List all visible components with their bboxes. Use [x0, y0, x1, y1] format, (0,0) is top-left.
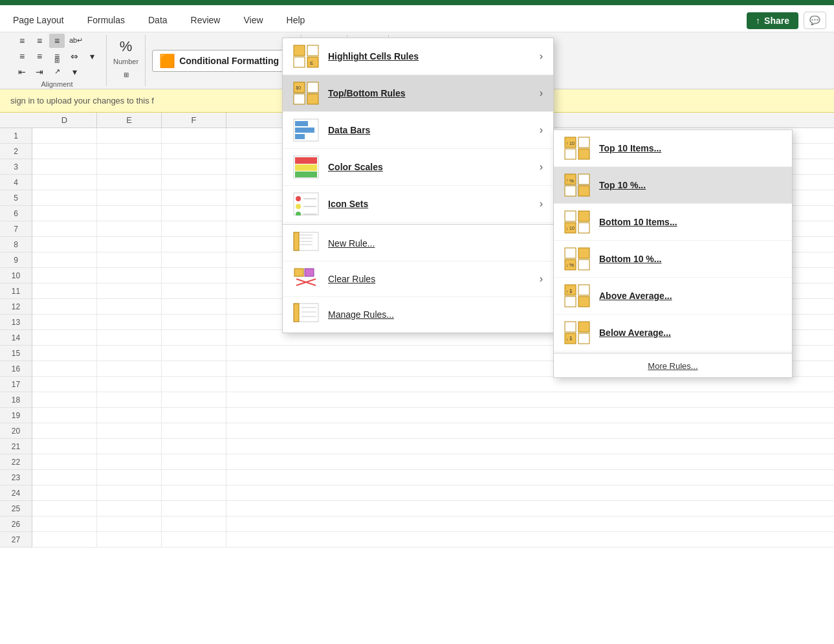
sub-item-top10pct[interactable]: ↑ % Top 10 %...	[554, 167, 792, 204]
svg-rect-56	[578, 223, 589, 233]
svg-text:↓: ↓	[566, 337, 569, 341]
topbottom-arrow: ›	[540, 87, 543, 99]
top10pct-label: Top 10 %...	[599, 180, 646, 190]
number-expand-btn[interactable]: ⊞	[118, 68, 134, 82]
align-left2-btn[interactable]: ≡	[14, 49, 30, 63]
sub-item-top10items[interactable]: ↑ 10 Top 10 Items...	[554, 130, 792, 167]
cf-item-iconsets[interactable]: Icon Sets ›	[283, 186, 553, 223]
merge-btn[interactable]: ⇔	[67, 49, 82, 63]
cf-item-clearrules[interactable]: Clear Rules ›	[283, 261, 553, 297]
cf-item-newrule[interactable]: New Rule...	[283, 226, 553, 261]
alignment-expand-btn[interactable]: ⊞	[49, 54, 65, 68]
svg-text:%: %	[569, 178, 574, 184]
comments-button[interactable]: 💬	[804, 12, 826, 29]
row-num-27: 27	[0, 532, 32, 548]
excel-top-bar	[0, 0, 834, 5]
share-label: Share	[764, 16, 789, 26]
iconsets-icon	[293, 192, 319, 216]
row-num-9: 9	[0, 252, 32, 268]
sub-separator	[554, 353, 792, 353]
bottom10pct-label: Bottom 10 %...	[599, 254, 661, 264]
svg-rect-37	[294, 304, 299, 322]
cf-item-highlight[interactable]: ≤ Highlight Cells Rules ›	[283, 38, 553, 75]
tab-review[interactable]: Review	[186, 12, 226, 29]
row-num-18: 18	[0, 392, 32, 408]
tab-data[interactable]: Data	[143, 12, 173, 29]
orientation-arrow-btn[interactable]: ▾	[67, 65, 82, 79]
cf-item-topbottom[interactable]: ↑ 10 Top/Bottom Rules ›	[283, 75, 553, 112]
comments-icon: 💬	[809, 16, 820, 25]
indent-increase-btn[interactable]: ⇥	[32, 65, 47, 79]
tab-view[interactable]: View	[238, 12, 268, 29]
svg-rect-16	[295, 157, 317, 164]
align-center2-btn[interactable]: ≡	[32, 49, 47, 63]
wrap-text-btn[interactable]: ab↵	[67, 34, 85, 48]
svg-rect-74	[578, 333, 589, 344]
col-header-f: F	[162, 113, 226, 128]
row-numbers: 1 2 3 4 5 6 7 8 9 10 11 12 13 14 15 16 1…	[0, 128, 32, 548]
grid-row-18	[32, 392, 834, 408]
colorscales-arrow: ›	[540, 161, 543, 173]
row-num-15: 15	[0, 346, 32, 361]
svg-text:↑: ↑	[566, 289, 569, 294]
svg-rect-53	[565, 211, 576, 221]
svg-text:↓: ↓	[566, 226, 569, 230]
cf-item-colorscales[interactable]: Color Scales ›	[283, 149, 553, 186]
svg-text:x̄: x̄	[569, 289, 573, 294]
top10items-label: Top 10 Items...	[599, 143, 661, 153]
cf-separator	[283, 224, 553, 225]
svg-rect-66	[578, 285, 589, 295]
sub-item-bottom10items[interactable]: ↓ 10 Bottom 10 Items...	[554, 204, 792, 241]
sub-dropdown-topbottom: ↑ 10 Top 10 Items... ↑ % Top 10 %...	[553, 129, 793, 378]
svg-rect-42	[578, 137, 589, 148]
ribbon-actions: ↑ Share 💬	[747, 12, 826, 29]
sub-item-belowavg[interactable]: ↓ x̄ Below Average...	[554, 315, 792, 351]
tab-help[interactable]: Help	[281, 12, 311, 29]
colorscales-icon	[293, 155, 319, 179]
row-num-10: 10	[0, 268, 32, 283]
cf-item-managerules[interactable]: Manage Rules...	[283, 297, 553, 333]
row-num-1: 1	[0, 128, 32, 144]
grid-row-23	[32, 470, 834, 485]
sub-item-aboveavg[interactable]: ↑ x̄ Above Average...	[554, 278, 792, 315]
align-left-btn[interactable]: ≡	[14, 34, 30, 48]
svg-text:%: %	[569, 262, 574, 268]
share-icon: ↑	[756, 16, 760, 26]
svg-rect-44	[578, 149, 589, 159]
cf-item-databars[interactable]: Data Bars ›	[283, 112, 553, 149]
share-button[interactable]: ↑ Share	[747, 12, 798, 29]
row-num-24: 24	[0, 485, 32, 501]
belowavg-label: Below Average...	[599, 328, 671, 338]
sub-item-bottom10pct[interactable]: ↓ % Bottom 10 %...	[554, 241, 792, 278]
tab-page-layout[interactable]: Page Layout	[8, 12, 69, 29]
svg-rect-14	[295, 134, 305, 139]
bottom10pct-icon: ↓ %	[564, 247, 590, 271]
iconsets-arrow: ›	[540, 198, 543, 210]
more-rules-item[interactable]: More Rules...	[554, 355, 792, 377]
bottom10items-label: Bottom 10 Items...	[599, 217, 677, 227]
svg-rect-62	[578, 260, 589, 270]
merge-arrow-btn[interactable]: ▾	[84, 49, 100, 63]
svg-text:10: 10	[569, 141, 575, 146]
indent-decrease-btn[interactable]: ⇤	[14, 65, 30, 79]
grid-row-20	[32, 423, 834, 439]
svg-text:↓: ↓	[566, 263, 569, 267]
svg-rect-18	[295, 172, 317, 177]
colorscales-label: Color Scales	[328, 162, 531, 172]
cf-toolbar-group: 🟧 Conditional Formatting ▾	[146, 35, 302, 86]
svg-point-21	[296, 204, 301, 209]
conditional-formatting-button[interactable]: 🟧 Conditional Formatting ▾	[152, 50, 294, 72]
grid-row-26	[32, 516, 834, 532]
svg-rect-12	[295, 121, 308, 126]
tab-formulas[interactable]: Formulas	[82, 12, 130, 29]
percent-btn[interactable]: %	[117, 39, 135, 54]
col-header-e: E	[97, 113, 162, 128]
svg-text:≤: ≤	[310, 60, 313, 66]
highlight-arrow: ›	[540, 50, 543, 62]
align-justify-btn[interactable]: ≡	[49, 34, 65, 48]
svg-point-20	[296, 196, 301, 201]
grid-row-27	[32, 532, 834, 548]
grid-row-24	[32, 485, 834, 501]
align-center-btn[interactable]: ≡	[32, 34, 47, 48]
row-num-14: 14	[0, 330, 32, 346]
